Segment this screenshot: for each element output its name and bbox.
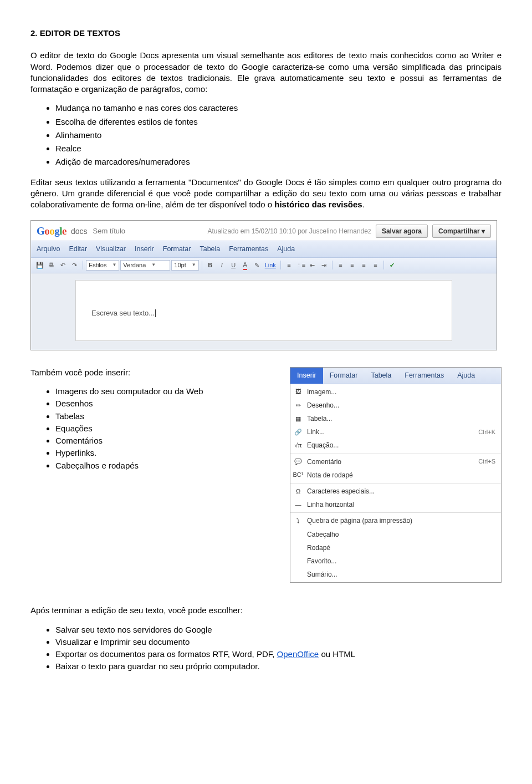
save-icon[interactable]: 💾 xyxy=(34,260,45,271)
list-item: Cabeçalhos e rodapés xyxy=(55,460,279,471)
text-color-icon[interactable]: A xyxy=(240,260,250,271)
align-justify-icon[interactable]: ≡ xyxy=(370,260,381,271)
menu-item[interactable]: √πEquação... xyxy=(290,439,501,452)
insert-link-button[interactable]: Link xyxy=(263,261,278,269)
menu-item[interactable]: ▦Tabela... xyxy=(290,412,501,425)
menu-item[interactable]: 🔗Link...Ctrl+K xyxy=(290,425,501,439)
document-title[interactable]: Sem título xyxy=(93,226,126,236)
menu-item-label: Imagem... xyxy=(307,388,336,396)
menu-item-label: Favorito... xyxy=(307,557,336,566)
list-item: Adição de marcadores/numeradores xyxy=(55,156,502,167)
paragraph-2: Editar seus textos utilizando a ferramen… xyxy=(30,177,502,211)
menu-item-label: Comentário xyxy=(307,457,341,466)
last-updated-text: Atualizado em 15/02/10 10:10 por Jusceli… xyxy=(207,227,371,236)
feature-list-2: Imagens do seu computador ou da Web Dese… xyxy=(30,386,279,471)
list-item: Realce xyxy=(55,143,502,154)
list-item: Alinhamento xyxy=(55,130,502,141)
section-title: 2. EDITOR DE TEXTOS xyxy=(30,28,502,39)
list-item: Imagens do seu computador ou da Web xyxy=(55,386,279,397)
styles-combo[interactable]: Estilos▼ xyxy=(86,260,119,271)
highlight-icon[interactable]: ✎ xyxy=(252,260,262,271)
underline-icon[interactable]: U xyxy=(228,260,239,271)
numbered-list-icon[interactable]: ≡ xyxy=(284,260,294,271)
after-finish-intro: Após terminar a edição de seu texto, voc… xyxy=(30,605,502,616)
menu-item-icon: ⤵ xyxy=(294,517,303,525)
list-item: Visualizar e Imprimir seu documento xyxy=(55,637,502,648)
menu-item[interactable]: 🖼Imagem... xyxy=(290,385,501,399)
menu-item[interactable]: —Linha horizontal xyxy=(290,498,501,511)
menu-editar[interactable]: Editar xyxy=(69,245,87,254)
tab-tabela[interactable]: Tabela xyxy=(364,368,398,384)
menu-item[interactable]: ⤵Quebra de página (para impressão) xyxy=(290,514,501,527)
menu-item-icon xyxy=(294,531,303,538)
size-combo[interactable]: 10pt▼ xyxy=(171,260,198,271)
menu-ajuda[interactable]: Ajuda xyxy=(277,245,295,254)
align-left-icon[interactable]: ≡ xyxy=(335,260,346,271)
paragraph-1: O editor de texto do Google Docs apresen… xyxy=(30,50,502,95)
tab-formatar[interactable]: Formatar xyxy=(323,368,365,384)
italic-icon[interactable]: I xyxy=(217,260,227,271)
menu-item-icon: — xyxy=(294,501,303,508)
openoffice-link[interactable]: OpenOffice xyxy=(277,649,319,659)
menu-ferramentas[interactable]: Ferramentas xyxy=(229,245,268,254)
insert-menu-tabs: Inserir Formatar Tabela Ferramentas Ajud… xyxy=(290,368,501,384)
menu-item[interactable]: 💬ComentárioCtrl+S xyxy=(290,455,501,469)
share-button[interactable]: Compartilhar ▾ xyxy=(432,225,491,238)
menu-item-icon xyxy=(294,544,303,552)
menu-item[interactable]: Favorito... xyxy=(290,554,501,568)
feature-list-1: Mudança no tamanho e nas cores dos carac… xyxy=(30,103,502,167)
menu-item-icon xyxy=(294,557,303,565)
indent-icon[interactable]: ⇥ xyxy=(319,260,329,271)
insert-menu-body: 🖼Imagem...✏Desenho...▦Tabela...🔗Link...C… xyxy=(290,384,501,583)
print-icon[interactable]: 🖶 xyxy=(46,260,57,271)
bold-icon[interactable]: B xyxy=(205,260,216,271)
menu-item-label: Equação... xyxy=(307,441,339,450)
undo-icon[interactable]: ↶ xyxy=(58,260,68,271)
tab-inserir[interactable]: Inserir xyxy=(290,368,323,384)
menu-item[interactable]: Sumário... xyxy=(290,568,501,581)
menu-item-label: Rodapé xyxy=(307,543,330,552)
menu-visualizar[interactable]: Visualizar xyxy=(96,245,126,254)
gdocs-toolbar: 💾 🖶 ↶ ↷ Estilos▼ Verdana▼ 10pt▼ B I U A … xyxy=(31,258,497,273)
list-item: Salvar seu texto nos servidores do Googl… xyxy=(55,624,502,635)
page-placeholder-text: Escreva seu texto... xyxy=(91,309,155,317)
redo-icon[interactable]: ↷ xyxy=(69,260,80,271)
menu-item[interactable]: Cabeçalho xyxy=(290,528,501,541)
menu-item-label: Link... xyxy=(307,427,325,436)
menu-item-icon: 🔗 xyxy=(294,428,303,436)
menu-inserir[interactable]: Inserir xyxy=(135,245,154,254)
list-item: Hyperlinks. xyxy=(55,447,279,459)
insert-menu-screenshot: Inserir Formatar Tabela Ferramentas Ajud… xyxy=(290,367,502,583)
google-logo: Google xyxy=(37,224,66,238)
font-combo[interactable]: Verdana▼ xyxy=(120,260,170,271)
menu-item[interactable]: BC¹Nota de rodapé xyxy=(290,469,501,482)
menu-tabela[interactable]: Tabela xyxy=(200,245,220,254)
menu-item-shortcut: Ctrl+S xyxy=(478,457,495,466)
menu-item-label: Cabeçalho xyxy=(307,530,339,539)
tab-ajuda[interactable]: Ajuda xyxy=(451,368,482,384)
menu-item-label: Sumário... xyxy=(307,570,337,579)
align-center-icon[interactable]: ≡ xyxy=(347,260,357,271)
save-now-button[interactable]: Salvar agora xyxy=(376,225,428,238)
spellcheck-icon[interactable]: ✔ xyxy=(387,260,397,271)
menu-item[interactable]: ✏Desenho... xyxy=(290,399,501,412)
menu-item-icon: Ω xyxy=(294,487,303,495)
feature-list-3: Salvar seu texto nos servidores do Googl… xyxy=(30,624,502,673)
menu-item[interactable]: ΩCaracteres especiais... xyxy=(290,485,501,498)
gdocs-canvas: Escreva seu texto... xyxy=(31,273,497,350)
menu-arquivo[interactable]: Arquivo xyxy=(37,245,60,254)
document-page[interactable]: Escreva seu texto... xyxy=(75,280,452,341)
outdent-icon[interactable]: ⇤ xyxy=(307,260,318,271)
menu-item-icon: ▦ xyxy=(294,415,303,422)
gdocs-menu-bar: Arquivo Editar Visualizar Inserir Format… xyxy=(31,241,497,258)
menu-formatar[interactable]: Formatar xyxy=(163,245,191,254)
menu-item-icon: 🖼 xyxy=(294,388,303,396)
menu-item-icon: √π xyxy=(294,441,303,449)
menu-item-label: Nota de rodapé xyxy=(307,471,353,480)
insert-intro: Também você pode inserir: xyxy=(30,367,279,378)
tab-ferramentas[interactable]: Ferramentas xyxy=(398,368,451,384)
align-right-icon[interactable]: ≡ xyxy=(359,260,369,271)
menu-item-label: Caracteres especiais... xyxy=(307,487,375,496)
bullet-list-icon[interactable]: ⋮≡ xyxy=(295,260,306,271)
menu-item[interactable]: Rodapé xyxy=(290,541,501,554)
